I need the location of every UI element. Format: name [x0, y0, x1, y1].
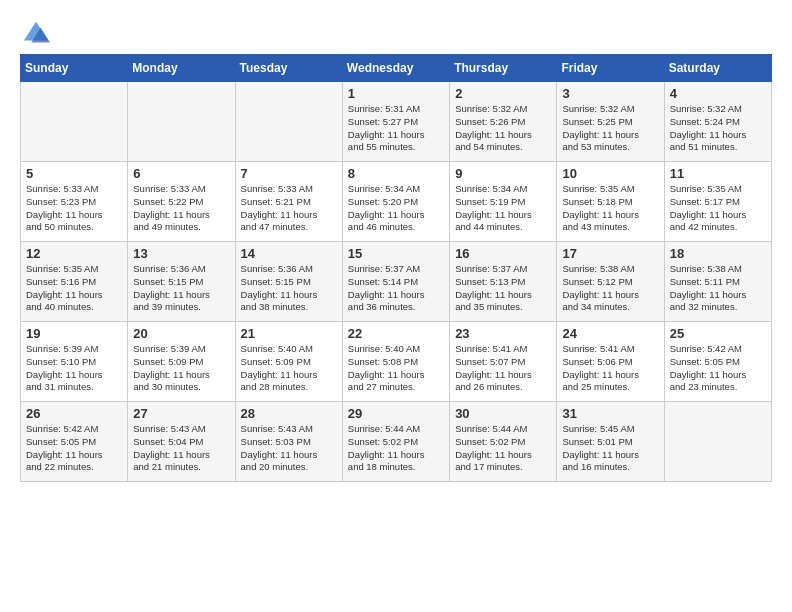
calendar-cell: 14Sunrise: 5:36 AM Sunset: 5:15 PM Dayli… — [235, 242, 342, 322]
logo — [20, 20, 50, 44]
day-info: Sunrise: 5:40 AM Sunset: 5:08 PM Dayligh… — [348, 343, 444, 394]
day-info: Sunrise: 5:38 AM Sunset: 5:12 PM Dayligh… — [562, 263, 658, 314]
weekday-header-saturday: Saturday — [664, 55, 771, 82]
day-number: 6 — [133, 166, 229, 181]
day-info: Sunrise: 5:34 AM Sunset: 5:20 PM Dayligh… — [348, 183, 444, 234]
calendar-cell: 9Sunrise: 5:34 AM Sunset: 5:19 PM Daylig… — [450, 162, 557, 242]
calendar-cell: 26Sunrise: 5:42 AM Sunset: 5:05 PM Dayli… — [21, 402, 128, 482]
day-info: Sunrise: 5:45 AM Sunset: 5:01 PM Dayligh… — [562, 423, 658, 474]
day-number: 7 — [241, 166, 337, 181]
day-info: Sunrise: 5:42 AM Sunset: 5:05 PM Dayligh… — [26, 423, 122, 474]
day-number: 19 — [26, 326, 122, 341]
day-number: 4 — [670, 86, 766, 101]
day-info: Sunrise: 5:41 AM Sunset: 5:06 PM Dayligh… — [562, 343, 658, 394]
calendar-cell: 17Sunrise: 5:38 AM Sunset: 5:12 PM Dayli… — [557, 242, 664, 322]
calendar-cell: 28Sunrise: 5:43 AM Sunset: 5:03 PM Dayli… — [235, 402, 342, 482]
calendar-cell: 13Sunrise: 5:36 AM Sunset: 5:15 PM Dayli… — [128, 242, 235, 322]
page-header — [20, 20, 772, 44]
day-number: 8 — [348, 166, 444, 181]
day-info: Sunrise: 5:35 AM Sunset: 5:18 PM Dayligh… — [562, 183, 658, 234]
day-number: 9 — [455, 166, 551, 181]
day-info: Sunrise: 5:41 AM Sunset: 5:07 PM Dayligh… — [455, 343, 551, 394]
day-number: 31 — [562, 406, 658, 421]
calendar-cell — [128, 82, 235, 162]
calendar-cell: 3Sunrise: 5:32 AM Sunset: 5:25 PM Daylig… — [557, 82, 664, 162]
day-number: 10 — [562, 166, 658, 181]
day-info: Sunrise: 5:38 AM Sunset: 5:11 PM Dayligh… — [670, 263, 766, 314]
day-info: Sunrise: 5:42 AM Sunset: 5:05 PM Dayligh… — [670, 343, 766, 394]
week-row-3: 12Sunrise: 5:35 AM Sunset: 5:16 PM Dayli… — [21, 242, 772, 322]
day-info: Sunrise: 5:37 AM Sunset: 5:14 PM Dayligh… — [348, 263, 444, 314]
calendar-cell: 27Sunrise: 5:43 AM Sunset: 5:04 PM Dayli… — [128, 402, 235, 482]
calendar-cell: 31Sunrise: 5:45 AM Sunset: 5:01 PM Dayli… — [557, 402, 664, 482]
calendar-cell: 22Sunrise: 5:40 AM Sunset: 5:08 PM Dayli… — [342, 322, 449, 402]
day-info: Sunrise: 5:44 AM Sunset: 5:02 PM Dayligh… — [455, 423, 551, 474]
weekday-header-wednesday: Wednesday — [342, 55, 449, 82]
calendar-cell: 15Sunrise: 5:37 AM Sunset: 5:14 PM Dayli… — [342, 242, 449, 322]
calendar-cell: 20Sunrise: 5:39 AM Sunset: 5:09 PM Dayli… — [128, 322, 235, 402]
calendar-cell: 25Sunrise: 5:42 AM Sunset: 5:05 PM Dayli… — [664, 322, 771, 402]
day-info: Sunrise: 5:33 AM Sunset: 5:23 PM Dayligh… — [26, 183, 122, 234]
day-info: Sunrise: 5:44 AM Sunset: 5:02 PM Dayligh… — [348, 423, 444, 474]
day-number: 12 — [26, 246, 122, 261]
calendar-cell: 8Sunrise: 5:34 AM Sunset: 5:20 PM Daylig… — [342, 162, 449, 242]
calendar-cell: 30Sunrise: 5:44 AM Sunset: 5:02 PM Dayli… — [450, 402, 557, 482]
day-number: 20 — [133, 326, 229, 341]
calendar-cell: 6Sunrise: 5:33 AM Sunset: 5:22 PM Daylig… — [128, 162, 235, 242]
weekday-header-tuesday: Tuesday — [235, 55, 342, 82]
day-info: Sunrise: 5:32 AM Sunset: 5:25 PM Dayligh… — [562, 103, 658, 154]
day-info: Sunrise: 5:35 AM Sunset: 5:17 PM Dayligh… — [670, 183, 766, 234]
day-number: 24 — [562, 326, 658, 341]
day-info: Sunrise: 5:33 AM Sunset: 5:22 PM Dayligh… — [133, 183, 229, 234]
day-number: 2 — [455, 86, 551, 101]
week-row-1: 1Sunrise: 5:31 AM Sunset: 5:27 PM Daylig… — [21, 82, 772, 162]
day-info: Sunrise: 5:43 AM Sunset: 5:04 PM Dayligh… — [133, 423, 229, 474]
calendar-cell: 2Sunrise: 5:32 AM Sunset: 5:26 PM Daylig… — [450, 82, 557, 162]
calendar-cell: 19Sunrise: 5:39 AM Sunset: 5:10 PM Dayli… — [21, 322, 128, 402]
calendar-cell: 11Sunrise: 5:35 AM Sunset: 5:17 PM Dayli… — [664, 162, 771, 242]
day-info: Sunrise: 5:37 AM Sunset: 5:13 PM Dayligh… — [455, 263, 551, 314]
day-info: Sunrise: 5:32 AM Sunset: 5:26 PM Dayligh… — [455, 103, 551, 154]
weekday-header-row: SundayMondayTuesdayWednesdayThursdayFrid… — [21, 55, 772, 82]
calendar-cell: 18Sunrise: 5:38 AM Sunset: 5:11 PM Dayli… — [664, 242, 771, 322]
calendar-cell — [235, 82, 342, 162]
day-number: 1 — [348, 86, 444, 101]
day-info: Sunrise: 5:34 AM Sunset: 5:19 PM Dayligh… — [455, 183, 551, 234]
day-number: 30 — [455, 406, 551, 421]
day-number: 17 — [562, 246, 658, 261]
calendar-cell: 10Sunrise: 5:35 AM Sunset: 5:18 PM Dayli… — [557, 162, 664, 242]
calendar-cell — [21, 82, 128, 162]
weekday-header-thursday: Thursday — [450, 55, 557, 82]
calendar-cell: 16Sunrise: 5:37 AM Sunset: 5:13 PM Dayli… — [450, 242, 557, 322]
day-info: Sunrise: 5:36 AM Sunset: 5:15 PM Dayligh… — [133, 263, 229, 314]
calendar-cell: 29Sunrise: 5:44 AM Sunset: 5:02 PM Dayli… — [342, 402, 449, 482]
day-info: Sunrise: 5:39 AM Sunset: 5:09 PM Dayligh… — [133, 343, 229, 394]
calendar-cell: 12Sunrise: 5:35 AM Sunset: 5:16 PM Dayli… — [21, 242, 128, 322]
day-number: 27 — [133, 406, 229, 421]
day-info: Sunrise: 5:40 AM Sunset: 5:09 PM Dayligh… — [241, 343, 337, 394]
logo-text — [20, 20, 50, 48]
day-info: Sunrise: 5:31 AM Sunset: 5:27 PM Dayligh… — [348, 103, 444, 154]
day-number: 25 — [670, 326, 766, 341]
day-number: 5 — [26, 166, 122, 181]
day-number: 29 — [348, 406, 444, 421]
day-info: Sunrise: 5:36 AM Sunset: 5:15 PM Dayligh… — [241, 263, 337, 314]
day-number: 16 — [455, 246, 551, 261]
calendar-table: SundayMondayTuesdayWednesdayThursdayFrid… — [20, 54, 772, 482]
calendar-cell: 5Sunrise: 5:33 AM Sunset: 5:23 PM Daylig… — [21, 162, 128, 242]
calendar-cell: 4Sunrise: 5:32 AM Sunset: 5:24 PM Daylig… — [664, 82, 771, 162]
day-number: 14 — [241, 246, 337, 261]
day-info: Sunrise: 5:33 AM Sunset: 5:21 PM Dayligh… — [241, 183, 337, 234]
day-number: 15 — [348, 246, 444, 261]
weekday-header-monday: Monday — [128, 55, 235, 82]
day-info: Sunrise: 5:35 AM Sunset: 5:16 PM Dayligh… — [26, 263, 122, 314]
day-number: 13 — [133, 246, 229, 261]
day-info: Sunrise: 5:39 AM Sunset: 5:10 PM Dayligh… — [26, 343, 122, 394]
week-row-2: 5Sunrise: 5:33 AM Sunset: 5:23 PM Daylig… — [21, 162, 772, 242]
day-info: Sunrise: 5:32 AM Sunset: 5:24 PM Dayligh… — [670, 103, 766, 154]
calendar-cell: 24Sunrise: 5:41 AM Sunset: 5:06 PM Dayli… — [557, 322, 664, 402]
week-row-4: 19Sunrise: 5:39 AM Sunset: 5:10 PM Dayli… — [21, 322, 772, 402]
day-number: 11 — [670, 166, 766, 181]
calendar-cell: 23Sunrise: 5:41 AM Sunset: 5:07 PM Dayli… — [450, 322, 557, 402]
day-number: 28 — [241, 406, 337, 421]
